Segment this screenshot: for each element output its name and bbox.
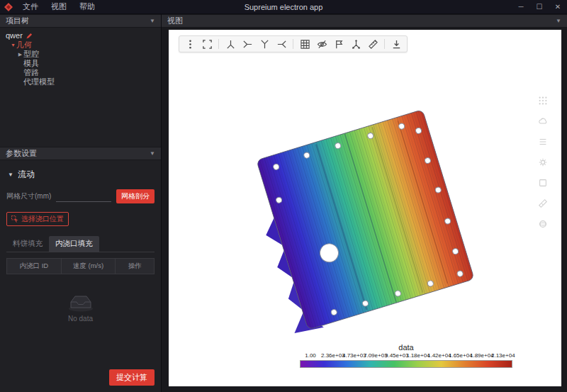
select-gate-label: 选择浇口位置 [21, 214, 64, 224]
tick-label: 1.00 [300, 352, 321, 359]
tree-item-label: 管路 [23, 68, 39, 77]
collapse-caret-icon[interactable]: ▼ [556, 18, 561, 24]
select-cursor-icon [11, 215, 18, 223]
colorbar-title: data [300, 343, 512, 352]
tree-item-mold[interactable]: 模具 [0, 59, 161, 68]
params-body: ▼ 流动 网格尺寸(mm) 网格剖分 选择浇口位置 料饼填充 [0, 160, 161, 392]
canvas-wrap: data 1.00 2.36e+03 4.73e+03 7.09e+03 9.4… [162, 28, 567, 392]
params-header[interactable]: 参数设置 ▼ [0, 147, 161, 160]
app-logo-icon [4, 3, 13, 11]
layers-tool-icon[interactable] [537, 136, 549, 147]
model-3d-plate[interactable] [169, 30, 561, 386]
tick-label: 1.42e+04 [427, 352, 449, 359]
settings-tool-icon[interactable] [537, 157, 549, 168]
ingate-table-header: 内浇口 ID 速度 (m/s) 操作 [6, 258, 155, 274]
tree-item-channels[interactable]: 管路 [0, 68, 161, 77]
tree-item-label: 模具 [23, 59, 39, 68]
view-toolbar [179, 35, 408, 52]
section-caret-icon: ▼ [8, 172, 13, 178]
orientation-axes-icon[interactable] [348, 38, 364, 50]
measure-icon[interactable] [365, 38, 381, 50]
toolbar-divider [218, 39, 219, 49]
fill-tabs: 料饼填充 内浇口填充 [6, 236, 155, 252]
maximize-button[interactable]: ☐ [530, 3, 549, 11]
empty-text: No data [68, 315, 93, 323]
tree-item-label: 几何 [16, 40, 32, 50]
scalar-bar-icon[interactable] [331, 38, 347, 50]
tick-label: 1.89e+04 [470, 352, 491, 359]
tree-item-geometry[interactable]: ▼ 几何 [0, 40, 161, 50]
col-velocity: 速度 (m/s) [62, 259, 116, 274]
tree-item-proxy-model[interactable]: 代理模型 [0, 77, 161, 86]
tab-ingate-fill[interactable]: 内浇口填充 [49, 236, 99, 252]
tick-label: 2.13e+04 [491, 352, 512, 359]
view-triad-left-icon[interactable] [257, 38, 272, 50]
frame-tool-icon[interactable] [537, 177, 549, 189]
tree-item-label: 型腔 [23, 50, 39, 59]
params-panel: 参数设置 ▼ ▼ 流动 网格尺寸(mm) 网格剖分 [0, 147, 161, 392]
menu-view[interactable]: 视图 [46, 1, 72, 13]
empty-state: No data [6, 293, 155, 323]
view-triad-front-icon[interactable] [223, 38, 238, 50]
grid-tool-icon[interactable] [537, 95, 549, 106]
viewport-panel: 视图 ▼ [162, 14, 567, 392]
tick-label: 7.09e+03 [364, 352, 385, 359]
col-actions: 操作 [116, 259, 154, 274]
project-tree: qwer ▼ 几何 ▶ 型腔 模具 管路 [0, 28, 161, 90]
params-title: 参数设置 [6, 148, 37, 159]
flow-section-toggle[interactable]: ▼ 流动 [8, 169, 155, 181]
tree-item-cavity[interactable]: ▶ 型腔 [0, 50, 161, 59]
tree-item-label: 代理模型 [23, 77, 55, 86]
tree-root-label: qwer [6, 31, 23, 40]
mesh-grid-icon[interactable] [297, 38, 313, 50]
window-controls: ─ ☐ ✕ [512, 3, 567, 11]
view-triad-back-icon[interactable] [240, 38, 255, 50]
colorbar-gradient [300, 360, 512, 368]
expand-caret-icon[interactable]: ▶ [17, 50, 23, 59]
menubar: 文件 视图 帮助 [18, 1, 100, 13]
project-tree-title: 项目树 [6, 16, 29, 26]
slice-tool-icon[interactable] [537, 198, 549, 209]
edit-pencil-icon[interactable] [26, 33, 33, 39]
tab-puck-fill[interactable]: 料饼填充 [6, 236, 49, 252]
more-options-icon[interactable] [182, 38, 198, 50]
toolbar-divider [293, 39, 293, 49]
collapse-caret-icon[interactable]: ▼ [150, 150, 155, 157]
collapse-caret-icon[interactable]: ▼ [150, 18, 155, 24]
fit-view-icon[interactable] [199, 38, 215, 50]
sidebar: 项目树 ▼ qwer ▼ 几何 ▶ 型腔 [0, 14, 162, 392]
menu-file[interactable]: 文件 [18, 1, 43, 13]
minimize-button[interactable]: ─ [512, 3, 530, 11]
download-icon[interactable] [388, 38, 404, 50]
mesh-generate-button[interactable]: 网格剖分 [116, 189, 155, 203]
sphere-tool-icon[interactable] [537, 218, 549, 230]
flow-section-label: 流动 [18, 169, 35, 181]
cloud-tool-icon[interactable] [537, 116, 549, 127]
empty-box-icon [66, 293, 96, 312]
tree-item-root[interactable]: qwer [0, 31, 161, 40]
colorbar-legend: data 1.00 2.36e+03 4.73e+03 7.09e+03 9.4… [300, 343, 512, 368]
view-triad-right-icon[interactable] [274, 38, 289, 50]
tick-label: 9.45e+03 [385, 352, 406, 359]
close-button[interactable]: ✕ [549, 3, 567, 11]
tick-label: 1.18e+04 [406, 352, 427, 359]
project-tree-header[interactable]: 项目树 ▼ [0, 14, 161, 28]
submit-compute-button[interactable]: 提交计算 [109, 369, 155, 386]
side-tool-strip [537, 95, 549, 230]
menu-help[interactable]: 帮助 [74, 1, 100, 13]
project-tree-panel: 项目树 ▼ qwer ▼ 几何 ▶ 型腔 [0, 14, 161, 147]
mesh-size-label: 网格尺寸(mm) [6, 191, 51, 201]
mesh-size-row: 网格尺寸(mm) 网格剖分 [6, 189, 155, 203]
tick-label: 2.36e+03 [321, 352, 342, 359]
select-gate-button[interactable]: 选择浇口位置 [6, 212, 69, 226]
mesh-size-input[interactable] [56, 191, 111, 202]
viewport-header[interactable]: 视图 ▼ [162, 14, 567, 28]
colorbar-ticks: 1.00 2.36e+03 4.73e+03 7.09e+03 9.45e+03… [300, 352, 512, 359]
tick-label: 4.73e+03 [342, 352, 364, 359]
viewport-title: 视图 [167, 16, 183, 26]
hide-edges-icon[interactable] [314, 38, 330, 50]
expand-caret-icon[interactable]: ▼ [10, 40, 16, 50]
titlebar: 文件 视图 帮助 Supreium electron app ─ ☐ ✕ [0, 0, 567, 14]
render-canvas[interactable]: data 1.00 2.36e+03 4.73e+03 7.09e+03 9.4… [169, 30, 561, 386]
toolbar-divider [384, 39, 385, 49]
